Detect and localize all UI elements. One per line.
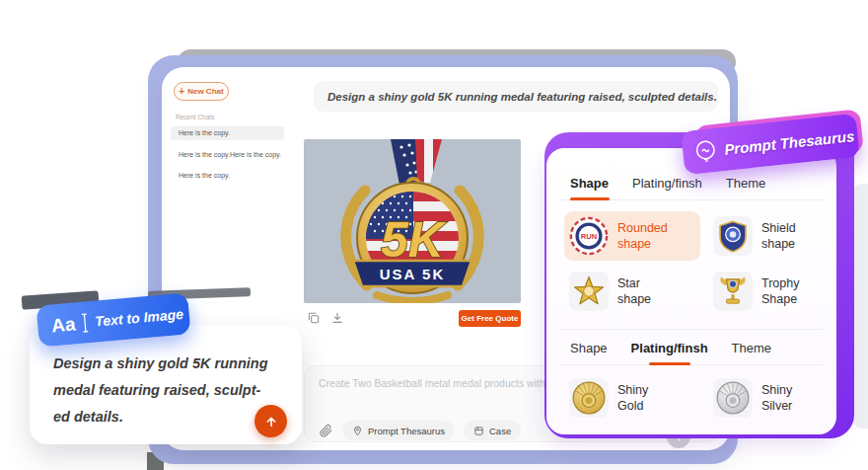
- download-icon: [330, 311, 344, 325]
- tab-theme[interactable]: Theme: [732, 341, 771, 355]
- attach-button[interactable]: [319, 424, 333, 438]
- option-label: Shield shape: [761, 220, 809, 252]
- user-prompt-bubble: Design a shiny gold 5K running medal fea…: [314, 81, 718, 112]
- page: { "colors": { "accent_orange": "#E8500F"…: [0, 0, 868, 470]
- new-chat-button[interactable]: + New Chat: [174, 82, 229, 101]
- new-chat-label: New Chat: [187, 87, 223, 96]
- user-prompt-text: Design a shiny gold 5K running medal fea…: [327, 91, 717, 103]
- round-medal-icon: RUN: [569, 216, 609, 256]
- option-trophy-shape[interactable]: Trophy Shape: [709, 267, 828, 316]
- panel1-active-underline: [570, 197, 610, 200]
- option-label: Shiny Gold: [617, 382, 661, 414]
- option-label: Rounded shape: [617, 220, 679, 252]
- option-shield-shape[interactable]: Shield shape: [709, 211, 828, 261]
- text-cursor-icon: [81, 312, 91, 334]
- tti-prompt-line: medal featuring raised, sculpt-: [53, 382, 260, 398]
- tti-prompt-line: ed details.: [53, 409, 123, 425]
- thesaurus-panel: Shape Plating/finsh Theme RUN Rounded sh…: [546, 148, 836, 434]
- tti-badge-prefix: Aa: [50, 314, 76, 335]
- medal-image: 5K USA 5K: [304, 139, 521, 303]
- option-label: Trophy Shape: [761, 275, 811, 307]
- prompt-thesaurus-pill-label: Prompt Thesaurus: [368, 426, 445, 436]
- case-pill-label: Case: [489, 426, 511, 436]
- plus-icon: +: [179, 87, 184, 97]
- paperclip-icon: [319, 424, 333, 438]
- option-shiny-gold[interactable]: Shiny Gold: [564, 373, 700, 423]
- option-shiny-silver[interactable]: Shiny Silver: [709, 373, 832, 423]
- star-medal-icon: [569, 272, 609, 311]
- prompt-thesaurus-badge-label: Prompt Thesaurus: [723, 127, 855, 158]
- tti-prompt-line: Design a shiny gold 5K running: [53, 355, 268, 371]
- panel2-tabs: Shape Plating/finsh Theme: [570, 341, 771, 355]
- download-image-button[interactable]: [329, 310, 345, 326]
- prompt-thesaurus-pill[interactable]: Prompt Thesaurus: [342, 421, 455, 440]
- gold-medal-icon: [569, 378, 609, 418]
- copy-icon: [307, 311, 321, 325]
- medal-banner-text: USA 5K: [380, 266, 445, 282]
- recent-chats-label: Recent Chats: [176, 114, 214, 120]
- svg-text:RUN: RUN: [581, 232, 598, 241]
- trophy-medal-icon: [713, 272, 753, 311]
- copy-image-button[interactable]: [306, 310, 322, 326]
- chat-history-item[interactable]: Here is the copy.: [171, 169, 230, 182]
- case-pill[interactable]: Case: [464, 421, 521, 440]
- case-icon: [473, 426, 484, 436]
- tab-theme[interactable]: Theme: [726, 176, 765, 191]
- panel2-tabs-divider: [560, 364, 823, 365]
- tab-shape[interactable]: Shape: [570, 176, 609, 191]
- chat-history-item[interactable]: Here is the copy.: [171, 126, 284, 140]
- medal-illustration: 5K USA 5K: [304, 139, 521, 303]
- tab-plating-finish[interactable]: Plating/finsh: [632, 176, 702, 191]
- tab-shape[interactable]: Shape: [570, 341, 608, 355]
- pin-icon: [352, 426, 363, 436]
- medal-5k-text: 5K: [381, 212, 448, 268]
- shield-medal-icon: [713, 216, 753, 256]
- panel2-active-underline: [649, 362, 690, 365]
- option-label: Shiny Silver: [761, 382, 807, 414]
- panel-section-divider: [560, 329, 823, 330]
- backdrop-right-gray-strip: [852, 184, 868, 429]
- tti-badge-label: Text to Image: [95, 306, 184, 330]
- get-free-quote-label: Get Free Quote: [462, 314, 519, 323]
- panel1-tabs: Shape Plating/finsh Theme: [570, 176, 765, 191]
- get-free-quote-button[interactable]: Get Free Quote: [459, 310, 521, 327]
- option-star-shape[interactable]: Star shape: [564, 267, 700, 316]
- tab-plating-finish[interactable]: Plating/finsh: [631, 341, 708, 355]
- option-rounded-shape[interactable]: RUN Rounded shape: [564, 211, 700, 261]
- arrow-up-icon: [263, 414, 279, 430]
- lightbulb-icon: [693, 139, 717, 163]
- tti-send-button[interactable]: [254, 405, 287, 437]
- option-label: Star shape: [617, 275, 665, 307]
- silver-medal-icon: [713, 378, 753, 418]
- chat-history-item[interactable]: Here is the copy.Here is the copy.: [171, 148, 281, 161]
